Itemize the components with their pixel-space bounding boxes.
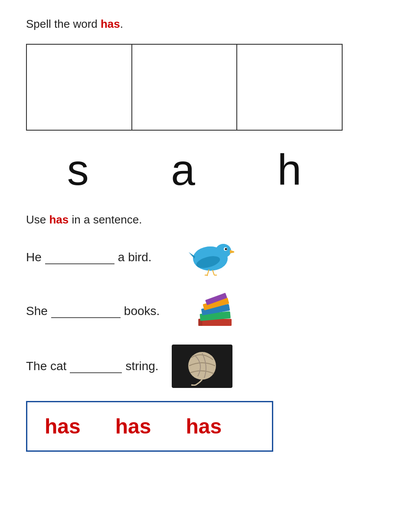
svg-line-9 — [213, 270, 214, 275]
svg-point-4 — [225, 248, 227, 250]
spell-cell-1[interactable] — [27, 45, 132, 130]
sentence-3-blank[interactable] — [70, 361, 122, 373]
letter-a[interactable]: a — [171, 148, 195, 191]
word-box-item-2: has — [115, 414, 151, 438]
sentence-2-after: books. — [124, 304, 160, 318]
sentence-2-before: She — [26, 304, 48, 318]
yarn-box — [172, 345, 232, 388]
word-box-item-3: has — [186, 414, 222, 438]
sentence-1-after: a bird. — [118, 250, 152, 264]
sentence-3-before: The cat — [26, 359, 66, 373]
sentence-row-1: He a bird. — [26, 237, 386, 278]
sentence-3-after: string. — [125, 359, 158, 373]
letter-h[interactable]: h — [278, 148, 302, 191]
sentence-1-image — [186, 237, 234, 278]
instruction-suffix: . — [120, 17, 123, 30]
sentence-2-blank[interactable] — [51, 306, 121, 318]
letter-s[interactable]: s — [67, 148, 89, 191]
letters-row: s a h — [26, 148, 343, 191]
sentence-2-text: She books. — [26, 304, 160, 318]
spell-cell-2[interactable] — [132, 45, 238, 130]
spell-cell-3[interactable] — [237, 45, 342, 130]
use-label-suffix: in a sentence. — [69, 213, 142, 226]
sentence-1-text: He a bird. — [26, 250, 152, 264]
sentence-3-image — [172, 345, 232, 388]
svg-point-20 — [188, 352, 216, 380]
use-label-prefix: Use — [26, 213, 49, 226]
yarn-svg — [178, 347, 226, 386]
word-box-item-1: has — [45, 414, 81, 438]
sentence-2-image — [194, 291, 238, 332]
instruction-text: Spell the word has. — [26, 17, 386, 31]
word-box: has has has — [26, 401, 273, 452]
instruction-prefix: Spell the word — [26, 17, 101, 30]
sentence-1-blank[interactable] — [45, 252, 114, 264]
sentence-3-text: The cat string. — [26, 359, 159, 373]
sentence-row-3: The cat string. — [26, 345, 386, 388]
spell-grid — [26, 44, 343, 131]
use-sentence-label: Use has in a sentence. — [26, 213, 386, 227]
sentence-1-before: He — [26, 250, 42, 264]
use-label-highlight: has — [49, 213, 69, 226]
books-icon — [194, 291, 238, 330]
instruction-highlight: has — [101, 17, 120, 30]
svg-marker-5 — [230, 250, 234, 253]
sentence-row-2: She books. — [26, 291, 386, 332]
svg-point-2 — [216, 244, 231, 258]
bird-icon — [186, 237, 234, 276]
